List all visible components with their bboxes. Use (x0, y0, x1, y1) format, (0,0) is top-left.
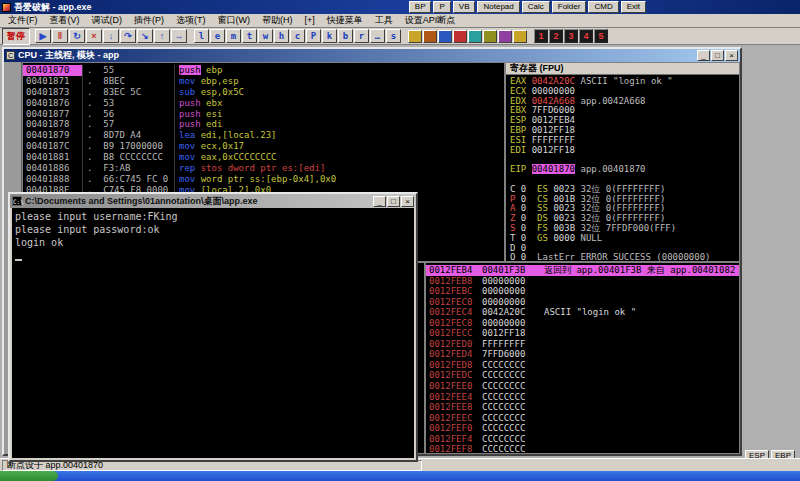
menu-item[interactable]: 文件(F) (2, 14, 44, 27)
stack-row[interactable]: 0012FEBC00000000 (426, 286, 739, 297)
stack-row[interactable]: 0012FEF8CCCCCCCC (426, 444, 739, 454)
toolbar-number-button-4[interactable]: 4 (579, 29, 593, 43)
stack-row[interactable]: 0012FEECCCCCCCCC (426, 413, 739, 424)
titlebar-button-folder[interactable]: Folder (552, 1, 587, 13)
titlebar-button-bp[interactable]: BP (409, 1, 432, 13)
close-program-icon[interactable]: × (86, 29, 102, 43)
menu-item[interactable]: 选项(T) (170, 14, 212, 27)
pause-icon[interactable]: ‖ (52, 29, 68, 43)
toolbar-letter-button-b[interactable]: b (338, 29, 353, 43)
plugin-icon-7[interactable] (498, 30, 512, 43)
toolbar-letter-button-k[interactable]: k (322, 29, 337, 43)
register-row[interactable]: EIP 00401870 app.00401870 (510, 165, 739, 175)
stack-row[interactable]: 0012FEC800000000 (426, 318, 739, 329)
toolbar-letter-button-t[interactable]: t (242, 29, 257, 43)
toolbar-letter-button-l[interactable]: l (194, 29, 209, 43)
disasm-bytes: . 55 (83, 65, 175, 76)
registers-pane[interactable]: 寄存器 (FPU) EAX 0042A20C ASCII "login ok "… (505, 62, 740, 262)
stack-row[interactable]: 0012FEE8CCCCCCCC (426, 402, 739, 413)
menu-item[interactable]: [+] (299, 14, 321, 27)
flag-row[interactable]: T 0 GS 0000 NULL (510, 234, 739, 244)
step-over-icon[interactable]: ↷ (120, 29, 136, 43)
menu-item[interactable]: 设置API断点 (399, 14, 462, 27)
maximize-icon[interactable]: □ (387, 196, 400, 207)
toolbar-letter-button-w[interactable]: w (258, 29, 273, 43)
titlebar-button-vb[interactable]: VB (453, 1, 476, 13)
stack-row[interactable]: 0012FED47FFD6000 (426, 349, 739, 360)
start-button[interactable] (0, 471, 58, 481)
stack-row[interactable]: 0012FEE0CCCCCCCC (426, 381, 739, 392)
toolbar-number-button-2[interactable]: 2 (549, 29, 563, 43)
menu-item[interactable]: 插件(P) (128, 14, 170, 27)
app-titlebar[interactable]: 吾爱破解 - app.exe BPPVBNotepadCalcFolderCMD… (0, 0, 800, 14)
plugin-icon-4[interactable] (453, 30, 467, 43)
stack-row[interactable]: 0012FEF0CCCCCCCC (426, 423, 739, 434)
toolbar-letter-button-c[interactable]: c (290, 29, 305, 43)
disasm-row[interactable]: 00401870. 55push ebp (23, 65, 504, 76)
toolbar-letter-button-e[interactable]: e (210, 29, 225, 43)
menu-item[interactable]: 窗口(W) (212, 14, 257, 27)
menu-item[interactable]: 查看(V) (44, 14, 86, 27)
close-icon[interactable]: × (401, 196, 414, 207)
menu-item[interactable]: 调试(D) (86, 14, 129, 27)
disasm-row[interactable]: 00401881. B8 CCCCCCCCmov eax,0xCCCCCCCC (23, 152, 504, 163)
plugin-icon-8[interactable] (513, 30, 527, 43)
disasm-row[interactable]: 00401888. 66:C745 FC 0mov word ptr ss:[e… (23, 174, 504, 185)
goto-icon[interactable]: → (171, 29, 187, 43)
disasm-row[interactable]: 00401876. 53push ebx (23, 98, 504, 109)
plugin-icon-2[interactable] (423, 30, 437, 43)
toolbar-letter-button-s[interactable]: s (386, 29, 401, 43)
stack-row[interactable]: 0012FEDCCCCCCCCC (426, 370, 739, 381)
close-icon[interactable]: × (725, 50, 738, 61)
disasm-row[interactable]: 00401871. 8BECmov ebp,esp (23, 76, 504, 87)
stack-row[interactable]: 0012FEE4CCCCCCCC (426, 392, 739, 403)
plugin-icon-6[interactable] (483, 30, 497, 43)
plugin-icon-5[interactable] (468, 30, 482, 43)
stack-row[interactable]: 0012FEC40042A20CASCII "login ok " (426, 307, 739, 318)
plugin-icon-3[interactable] (438, 30, 452, 43)
stack-row[interactable]: 0012FEB400401F3B返回到 app.00401F3B 来自 app.… (426, 265, 739, 276)
restore-icon[interactable]: □ (711, 50, 724, 61)
console-titlebar[interactable]: C:\ C:\Documents and Settings\01annotati… (10, 194, 416, 208)
plugin-icon-1[interactable] (408, 30, 422, 43)
toolbar-letter-button-m[interactable]: m (226, 29, 241, 43)
stack-row[interactable]: 0012FED0FFFFFFFF (426, 339, 739, 350)
disasm-row[interactable]: 00401873. 83EC 5Csub esp,0x5C (23, 87, 504, 98)
minimize-icon[interactable]: _ (697, 50, 710, 61)
stack-pane[interactable]: 0012FEB400401F3B返回到 app.00401F3B 来自 app.… (425, 262, 740, 454)
titlebar-button-notepad[interactable]: Notepad (477, 1, 519, 13)
toolbar-letter-button-P[interactable]: P (306, 29, 321, 43)
titlebar-button-p[interactable]: P (433, 1, 450, 13)
stack-row[interactable]: 0012FECC0012FF18 (426, 328, 739, 339)
toolbar-number-button-1[interactable]: 1 (534, 29, 548, 43)
stack-row[interactable]: 0012FEF4CCCCCCCC (426, 434, 739, 445)
disasm-row[interactable]: 00401886. F3:ABrep stos dword ptr es:[ed… (23, 163, 504, 174)
run-icon[interactable]: ▶ (35, 29, 51, 43)
toolbar-number-button-5[interactable]: 5 (594, 29, 608, 43)
titlebar-button-cmd[interactable]: CMD (588, 1, 618, 13)
stack-row[interactable]: 0012FEC000000000 (426, 297, 739, 308)
disasm-row[interactable]: 00401879. 8D7D A4lea edi,[local.23] (23, 130, 504, 141)
menu-item[interactable]: 快捷菜单 (321, 14, 369, 27)
menu-item[interactable]: 工具 (369, 14, 399, 27)
titlebar-button-exit[interactable]: Exit (621, 1, 646, 13)
restart-icon[interactable]: ↻ (69, 29, 85, 43)
stack-row[interactable]: 0012FEB800000000 (426, 276, 739, 287)
disasm-row[interactable]: 00401877. 56push esi (23, 109, 504, 120)
disasm-row[interactable]: 00401878. 57push edi (23, 119, 504, 130)
stack-row[interactable]: 0012FED8CCCCCCCC (426, 360, 739, 371)
step-into-icon[interactable]: ↓ (103, 29, 119, 43)
register-row[interactable]: EDI 0012FF18 (510, 146, 739, 156)
minimize-icon[interactable]: _ (373, 196, 386, 207)
toolbar-letter-button-h[interactable]: h (274, 29, 289, 43)
toolbar-letter-button-r[interactable]: r (354, 29, 369, 43)
toolbar-number-button-3[interactable]: 3 (564, 29, 578, 43)
flag-row[interactable]: O 0 LastErr ERROR_SUCCESS (00000000) (510, 253, 739, 262)
run-to-return-icon[interactable]: ↑ (154, 29, 170, 43)
trace-into-icon[interactable]: ↘ (137, 29, 153, 43)
cpu-titlebar[interactable]: C CPU - 主线程, 模块 - app _□× (4, 49, 740, 62)
titlebar-button-calc[interactable]: Calc (522, 1, 550, 13)
menu-item[interactable]: 帮助(H) (256, 14, 299, 27)
disasm-row[interactable]: 0040187C. B9 17000000mov ecx,0x17 (23, 141, 504, 152)
toolbar-letter-button-…[interactable]: … (370, 29, 385, 43)
